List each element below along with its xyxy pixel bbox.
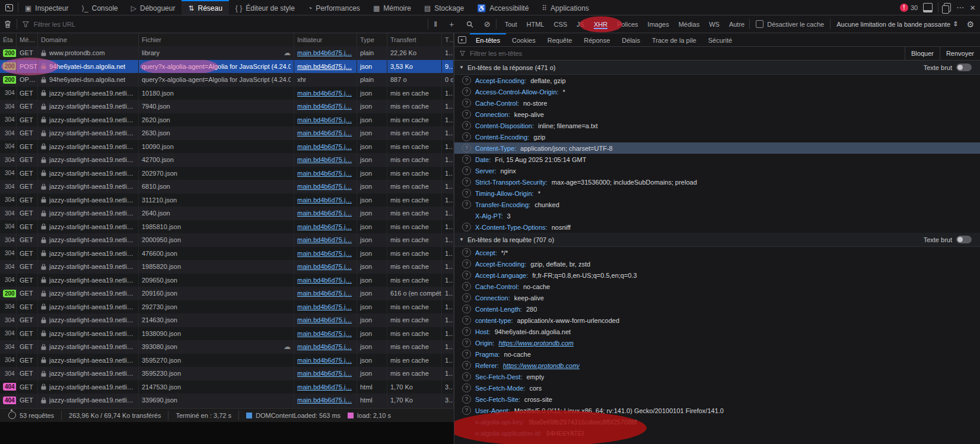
details-tab[interactable]: Délais [616,33,646,46]
details-tab[interactable]: Réponse [578,33,616,46]
header-row[interactable]: ? Strict-Transport-Security max-age=3153… [454,176,980,188]
devtools-tab[interactable]: ▣ Inspecteur [18,0,75,15]
header-row[interactable]: ? Pragma no-cache [454,348,980,360]
header-row[interactable]: ? Accept */* [454,247,980,258]
request-row[interactable]: 304 GET jazzy-starlight-aeea19.netli… 26… [0,126,454,140]
request-row[interactable]: 200 OP… 94he6yatei-dsn.algolia.net query… [0,73,454,87]
header-row[interactable]: ? content-type application/x-www-form-ur… [454,315,980,326]
request-filter-button[interactable]: Autre [724,19,749,30]
request-row[interactable]: 304 GET jazzy-starlight-aeea19.netli… 26… [0,113,454,127]
request-row[interactable]: 304 GET jazzy-starlight-aeea19.netli… 10… [0,87,454,100]
headers-filter-input[interactable] [469,49,901,58]
header-help-icon[interactable]: ? [462,372,471,381]
initiator-link[interactable]: main.bd4b6d75.j… [297,290,352,297]
header-row[interactable]: ? Content-Type application/json; charset… [454,142,980,154]
initiator-link[interactable]: main.bd4b6d75.j… [297,357,352,364]
header-row[interactable]: ? Timing-Allow-Origin * [454,188,980,199]
initiator-link[interactable]: main.bd4b6d75.j… [297,343,352,350]
request-row[interactable]: 304 GET jazzy-starlight-aeea19.netli… 26… [0,207,454,220]
devtools-tab[interactable]: ♿ Accessibilité [470,0,535,15]
responsive-mode-icon[interactable] [944,3,951,12]
request-row[interactable]: 304 GET jazzy-starlight-aeea19.netli… 35… [0,354,454,367]
initiator-link[interactable]: main.bd4b6d75.j… [297,103,352,110]
column-header-file[interactable]: Fichier [139,33,294,46]
request-row[interactable]: 304 GET jazzy-starlight-aeea19.netli… 47… [0,247,454,261]
request-row[interactable]: 200 POST 94he6yatei-dsn.algolia.net quer… [0,60,454,74]
initiator-link[interactable]: main.bd4b6d75.j… [297,49,352,56]
initiator-link[interactable]: main.bd4b6d75.j… [297,183,352,190]
initiator-link[interactable]: main.bd4b6d75.j… [297,156,352,163]
request-row[interactable]: 304 GET jazzy-starlight-aeea19.netli… 42… [0,153,454,167]
header-row[interactable]: ? X-Content-Type-Options nosniff [454,221,980,233]
details-tab[interactable]: Cookies [506,33,542,46]
initiator-link[interactable]: main.bd4b6d75.j… [297,303,352,310]
header-row[interactable]: ? Date Fri, 15 Aug 2025 21:05:14 GMT [454,154,980,165]
initiator-link[interactable]: main.bd4b6d75.j… [297,196,352,204]
header-row[interactable]: ? x-algolia-api-key 9ba0e69fb2974316cdae… [454,416,980,427]
initiator-link[interactable]: main.bd4b6d75.j… [297,397,352,404]
block-button[interactable]: Bloquer [905,47,940,60]
initiator-link[interactable]: main.bd4b6d75.j… [297,116,352,123]
request-row[interactable]: 200 GET www.protondb.com library ☁ main.… [0,46,454,60]
header-row[interactable]: ? Referer https://www.protondb.com/ [454,360,980,371]
details-tab[interactable]: En-têtes [470,33,506,46]
devtools-tab[interactable]: ◔ Performances [301,0,367,15]
request-row[interactable]: 304 GET jazzy-starlight-aeea19.netli… 35… [0,367,454,380]
initiator-link[interactable]: main.bd4b6d75.j… [297,143,352,150]
request-row[interactable]: 304 GET jazzy-starlight-aeea19.netli… 19… [0,327,454,341]
header-row[interactable]: ? Connection keep-alive [454,109,980,120]
header-row[interactable]: ? Accept-Encoding gzip, deflate, br, zst… [454,258,980,269]
header-help-icon[interactable]: ? [462,316,471,325]
header-row[interactable]: ? X-Alg-PT 3 [454,210,980,221]
request-headers-section-header[interactable]: ▼ En-têtes de la requête (707 o) Texte b… [454,233,980,247]
clear-requests-button[interactable] [0,15,17,33]
header-help-icon[interactable]: ? [462,282,471,291]
header-row[interactable]: ? Cache-Control no-store [454,97,980,109]
request-row[interactable]: 304 GET jazzy-starlight-aeea19.netli… 20… [0,233,454,247]
request-row[interactable]: 200 GET jazzy-starlight-aeea19.netli… 20… [0,287,454,300]
initiator-link[interactable]: main.bd4b6d75.j… [297,277,352,284]
request-row[interactable]: 304 GET jazzy-starlight-aeea19.netli… 19… [0,260,454,274]
initiator-link[interactable]: main.bd4b6d75.j… [297,263,352,270]
initiator-link[interactable]: main.bd4b6d75.j… [297,90,352,97]
header-help-icon[interactable]: ? [462,383,471,392]
header-help-icon[interactable]: ? [462,87,471,96]
column-header-transfer[interactable]: Transfert [387,33,442,46]
header-row[interactable]: ? Origin https://www.protondb.com [454,337,980,348]
network-settings-button[interactable]: ⚙ [964,20,980,29]
column-header-time[interactable]: T… [442,33,454,46]
request-row[interactable]: 304 GET jazzy-starlight-aeea19.netli… 39… [0,340,454,354]
header-help-icon[interactable]: ? [462,177,471,186]
search-icon[interactable] [461,21,479,28]
disable-cache-control[interactable]: Désactiver le cache [750,20,830,28]
request-row[interactable]: 304 GET jazzy-starlight-aeea19.netli… 31… [0,194,454,207]
devtools-tab[interactable]: ⟩_ Console [75,0,124,15]
request-row[interactable]: 304 GET jazzy-starlight-aeea19.netli… 68… [0,180,454,194]
request-filter-button[interactable]: Médias [674,19,704,30]
header-row[interactable]: ? Access-Control-Allow-Origin * [454,86,980,97]
request-row[interactable]: 404 GET jazzy-starlight-aeea19.netli… 21… [0,380,454,394]
request-filter-button[interactable]: WS [704,19,724,30]
header-row[interactable]: ? Cache-Control no-cache [454,281,980,292]
close-icon[interactable]: × [970,3,975,12]
header-help-icon[interactable]: ? [462,110,471,119]
devtools-tab[interactable]: { } Éditeur de style [229,0,301,15]
header-row[interactable]: ? Transfer-Encoding chunked [454,199,980,210]
initiator-link[interactable]: xhr [297,76,306,83]
request-filter-button[interactable]: Polices [612,19,642,30]
header-help-icon[interactable]: ? [462,271,471,280]
column-header-status[interactable]: Éta [0,33,17,46]
details-tab[interactable]: Requête [542,33,578,46]
initiator-link[interactable]: main.bd4b6d75.j… [297,383,352,391]
header-row[interactable]: ? Connection keep-alive [454,292,980,303]
new-request-icon[interactable]: ＋ [443,19,461,30]
request-row[interactable]: 304 GET jazzy-starlight-aeea19.netli… 79… [0,100,454,113]
header-help-icon[interactable]: ? [462,99,471,107]
pick-element-button[interactable]: ↖ [0,0,18,15]
header-row[interactable]: ? Content-Encoding gzip [454,131,980,142]
header-help-icon[interactable]: ? [462,144,471,153]
initiator-link[interactable]: main.bd4b6d75.j… [297,210,352,217]
header-help-icon[interactable]: ? [462,248,471,257]
header-row[interactable]: ? Sec-Fetch-Mode cors [454,382,980,394]
request-filter-button[interactable]: XHR [589,19,612,30]
